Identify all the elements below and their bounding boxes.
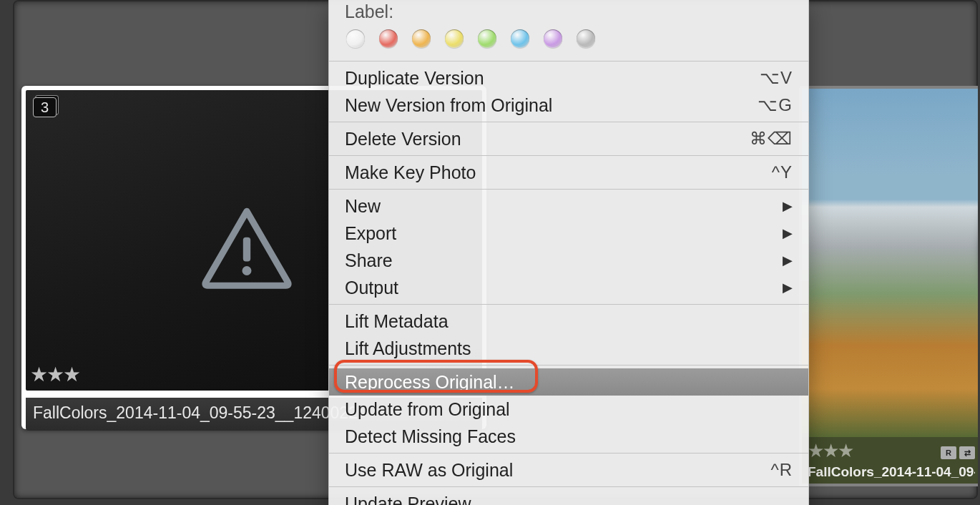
label-swatch-7[interactable] — [577, 29, 595, 48]
menu-item-shortcut: ⌥V — [760, 66, 793, 90]
menu-item-new-version-from-original[interactable]: New Version from Original⌥G — [329, 92, 808, 119]
label-section: Label: — [329, 0, 808, 58]
label-swatch-4[interactable] — [478, 29, 496, 48]
menu-item-duplicate-version[interactable]: Duplicate Version⌥V — [329, 64, 808, 92]
menu-item-label: Lift Adjustments — [345, 336, 471, 361]
label-swatch-2[interactable] — [412, 29, 431, 48]
menu-item-label: Reprocess Original… — [345, 370, 515, 394]
menu-item-label: Make Key Photo — [345, 160, 476, 185]
menu-item-label: Detect Missing Faces — [345, 424, 516, 448]
thumbnail-right-overlay: ★★★ R ⇄ FallColors_2014-11-04_09-55-23__… — [802, 437, 978, 484]
menu-separator — [329, 365, 808, 366]
menu-item-make-key-photo[interactable]: Make Key Photo^Y — [329, 159, 808, 186]
menu-item-label: Update from Original — [345, 397, 510, 421]
menu-separator — [329, 122, 808, 122]
menu-item-reprocess-original[interactable]: Reprocess Original… — [329, 368, 808, 396]
menu-item-shortcut: ^Y — [772, 160, 793, 185]
submenu-arrow-icon: ▶ — [783, 194, 793, 218]
menu-item-detect-missing-faces[interactable]: Detect Missing Faces — [329, 423, 808, 450]
menu-item-label: Use RAW as Original — [345, 458, 513, 482]
menu-item-label: Share — [345, 248, 393, 273]
menu-separator — [329, 155, 808, 156]
svg-point-1 — [242, 266, 252, 275]
menu-item-label: New — [345, 194, 381, 218]
menu-item-label: Lift Metadata — [345, 309, 449, 333]
rating-stars: ★★★ — [808, 440, 853, 462]
stack-count-badge: 3 — [33, 97, 57, 117]
menu-separator — [329, 189, 808, 190]
submenu-arrow-icon: ▶ — [783, 248, 793, 273]
label-swatches — [345, 29, 793, 48]
menu-item-delete-version[interactable]: Delete Version⌘⌫ — [329, 125, 808, 152]
submenu-arrow-icon: ▶ — [783, 275, 793, 300]
menu-item-lift-metadata[interactable]: Lift Metadata — [329, 308, 808, 335]
context-menu: Label: Duplicate Version⌥VNew Version fr… — [328, 0, 809, 505]
menu-item-shortcut: ^R — [770, 458, 793, 482]
label-swatch-1[interactable] — [379, 29, 398, 48]
menu-item-shortcut: ⌘⌫ — [750, 127, 793, 151]
menu-item-label: Update Preview — [345, 491, 471, 505]
rating-stars: ★★★ — [30, 363, 79, 386]
menu-item-output[interactable]: Output▶ — [329, 274, 808, 301]
menu-separator — [329, 486, 808, 487]
menu-separator — [329, 304, 808, 305]
warning-icon — [200, 205, 293, 290]
menu-item-label: New Version from Original — [345, 93, 552, 117]
menu-item-use-raw-as-original[interactable]: Use RAW as Original^R — [329, 456, 808, 484]
thumbnail-badges: R ⇄ — [941, 446, 975, 459]
menu-item-new[interactable]: New▶ — [329, 192, 808, 220]
menu-item-update-from-original[interactable]: Update from Original — [329, 396, 808, 423]
menu-separator — [329, 61, 808, 62]
label-swatch-3[interactable] — [445, 29, 464, 48]
thumbnail-right-caption: FallColors_2014-11-04_09-55-23__124002… — [808, 464, 975, 480]
menu-item-lift-adjustments[interactable]: Lift Adjustments — [329, 335, 808, 362]
label-swatch-6[interactable] — [544, 29, 562, 48]
menu-item-label: Delete Version — [345, 127, 461, 151]
label-swatch-0[interactable] — [346, 29, 365, 48]
submenu-arrow-icon: ▶ — [783, 221, 793, 245]
svg-rect-0 — [243, 237, 250, 262]
menu-item-share[interactable]: Share▶ — [329, 247, 808, 274]
menu-item-shortcut: ⌥G — [758, 93, 793, 117]
menu-separator — [329, 453, 808, 453]
adjustments-badge: ⇄ — [959, 446, 975, 459]
thumbnail-right[interactable]: ★★★ R ⇄ FallColors_2014-11-04_09-55-23__… — [799, 86, 978, 486]
menu-item-label: Output — [345, 275, 398, 300]
menu-item-update-preview[interactable]: Update Preview — [329, 490, 808, 505]
raw-badge: R — [941, 446, 956, 459]
menu-item-label: Duplicate Version — [345, 66, 484, 90]
menu-item-label: Export — [345, 221, 396, 245]
label-heading: Label: — [345, 1, 793, 22]
menu-item-export[interactable]: Export▶ — [329, 220, 808, 247]
label-swatch-5[interactable] — [511, 29, 529, 48]
